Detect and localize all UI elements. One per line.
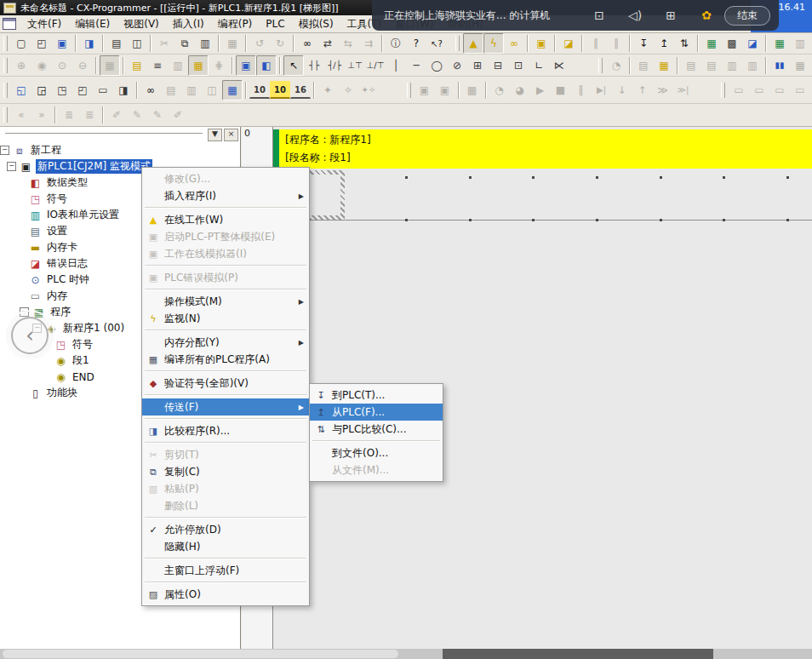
toolbar-grip[interactable]: [3, 107, 8, 123]
sim-step-out-button[interactable]: ↑: [632, 80, 653, 100]
ctx-复制[interactable]: ⧉复制(C): [142, 463, 309, 480]
sim-fast-forward-button[interactable]: ≫: [653, 80, 673, 100]
window-properties-button[interactable]: ◨: [113, 80, 134, 100]
float-window-button[interactable]: ◱: [11, 80, 31, 100]
io-comment-view-button[interactable]: ▦: [222, 80, 243, 100]
monitor-signed-decimal-button[interactable]: 10: [270, 81, 290, 99]
ctx-传送[interactable]: 传送(F)▶: [142, 398, 309, 415]
data-trace-button[interactable]: ▤: [633, 55, 654, 76]
end-session-button[interactable]: 结束: [724, 6, 770, 26]
sim-save-as-button[interactable]: ▣: [435, 80, 455, 100]
online-edit-send-button[interactable]: ◪: [742, 33, 763, 54]
transfer-to-plc-button[interactable]: ↧: [633, 33, 654, 54]
toolbar-grip[interactable]: [3, 58, 8, 73]
rung-wrap-button[interactable]: ▦: [188, 55, 209, 76]
new-view-button[interactable]: ▭: [93, 80, 113, 100]
compile-all-button[interactable]: ▩: [722, 33, 742, 54]
sim-play-button[interactable]: ▶: [530, 80, 551, 100]
symbol-bar-button[interactable]: ≡: [147, 55, 168, 76]
horizontal-line-button[interactable]: ─: [406, 55, 426, 76]
vertical-line-button[interactable]: │: [386, 55, 406, 76]
trace-pause-button[interactable]: ◔: [606, 55, 626, 76]
workspace-close-button[interactable]: ×: [224, 129, 238, 141]
grid-toggle-button[interactable]: ▦: [100, 55, 120, 76]
unit-setup-button[interactable]: ▥: [790, 33, 810, 54]
work-online-button[interactable]: ▲: [463, 33, 483, 54]
speaker-icon[interactable]: ◁): [624, 9, 646, 22]
toolbar-grip[interactable]: [407, 83, 411, 98]
help-button[interactable]: ?: [406, 33, 426, 54]
menubar-item-编辑[interactable]: 编辑(E): [69, 15, 116, 33]
ctx-允许停放[interactable]: ✓允许停放(D): [142, 521, 309, 538]
time-chart-button[interactable]: ▦: [654, 55, 674, 76]
ctx-监视[interactable]: ϟ监视(N): [142, 310, 309, 327]
toolbar-grip[interactable]: [3, 36, 8, 51]
tile-windows-button[interactable]: ⋕: [209, 55, 229, 76]
print-preview-button[interactable]: ◫: [127, 33, 147, 54]
find-button[interactable]: ∞: [297, 33, 317, 54]
insert-comment-button[interactable]: ✐: [106, 105, 127, 125]
context-help-button[interactable]: ↖?: [426, 33, 447, 54]
paste-special-button[interactable]: ▦: [222, 33, 243, 54]
select-mode-button[interactable]: ↖: [283, 55, 304, 76]
transfer-从文件[interactable]: 从文件(M)...: [310, 461, 443, 478]
online-edit-button[interactable]: ◪: [558, 33, 579, 54]
coil-open-button[interactable]: ◯: [426, 55, 447, 76]
sim-mode-button[interactable]: ◔: [489, 80, 510, 100]
plc-memory2-button[interactable]: ▭: [749, 80, 769, 100]
ctx-插入程序[interactable]: 插入程序(I)▶: [142, 187, 309, 204]
find-replace4-button[interactable]: ◫: [202, 80, 222, 100]
io-table-button[interactable]: ▦: [769, 33, 790, 54]
find-replace2-button[interactable]: ▤: [161, 80, 181, 100]
zoom-in-button[interactable]: ⊕: [11, 55, 31, 76]
print-button[interactable]: ▤: [106, 33, 127, 54]
memory-tab-button[interactable]: ▦: [790, 55, 810, 76]
ctx-修改[interactable]: 修改(G)...: [142, 170, 309, 187]
save-button[interactable]: ▣: [52, 33, 72, 54]
sim-to-end-button[interactable]: ≫|: [673, 80, 694, 100]
new-file-button[interactable]: ▢: [11, 33, 31, 54]
redo-button[interactable]: ↻: [270, 33, 290, 54]
menubar-item-文件[interactable]: 文件(F): [21, 15, 67, 33]
contact-or-open-button[interactable]: ⊥⊤: [345, 55, 365, 76]
find-replace3-button[interactable]: ▥: [181, 80, 202, 100]
workspace-grip[interactable]: [5, 133, 203, 137]
sim-step-in-button[interactable]: ↓: [612, 80, 632, 100]
differential-monitor-button[interactable]: ∞: [504, 33, 524, 54]
zoom-100-button[interactable]: ⊙: [52, 55, 72, 76]
menubar-item-PLC[interactable]: PLC: [260, 16, 290, 32]
compile-button[interactable]: ▦: [701, 33, 722, 54]
delete-cell-button[interactable]: ▥: [742, 55, 763, 76]
ctx-剪切[interactable]: ✂剪切(T): [142, 446, 309, 463]
show-ladder-window-button[interactable]: ◲: [31, 80, 52, 100]
list-down-button[interactable]: ≣: [79, 105, 100, 125]
search-project-button[interactable]: ◨: [79, 33, 100, 54]
tree-expander[interactable]: −: [7, 162, 16, 171]
ctx-启动PLC-PT整体模拟[interactable]: ▣启动PLC-PT整体模拟(E): [142, 228, 309, 245]
force-status-button[interactable]: ▣: [531, 33, 552, 54]
coil-closed-button[interactable]: ⊘: [447, 55, 467, 76]
ctx-验证符号[interactable]: ◆验证符号(全部)(V): [142, 375, 309, 392]
sim-connect-button[interactable]: ◕: [510, 80, 530, 100]
function-block-button[interactable]: ⊡: [508, 55, 529, 76]
horizontal-scrollbar[interactable]: [0, 649, 812, 659]
toolbar-grip[interactable]: [721, 83, 725, 98]
open-file-button[interactable]: ◰: [31, 33, 52, 54]
ctx-删除[interactable]: 删除(L): [142, 497, 309, 514]
insert-rung-button[interactable]: ▤: [681, 55, 701, 76]
remote-back-overlay[interactable]: ‹: [4, 310, 55, 361]
force-cancel-button[interactable]: ✦✧: [358, 80, 379, 100]
plc-memory-button[interactable]: ▭: [729, 80, 749, 100]
l-connection-button[interactable]: ∟: [529, 55, 549, 76]
ctx-粘贴[interactable]: ▥粘贴(P): [142, 480, 309, 497]
sim-step-button[interactable]: ▶|: [592, 80, 612, 100]
find-symbol-button[interactable]: ∞: [140, 80, 161, 100]
tree-item-新工程[interactable]: −⧈新工程: [0, 142, 240, 158]
menubar-item-插入[interactable]: 插入(I): [167, 15, 210, 33]
ctx-隐藏[interactable]: 隐藏(H): [142, 538, 309, 555]
indent-increase-button[interactable]: »: [31, 105, 52, 125]
monitor-button[interactable]: ϟ: [483, 33, 504, 54]
contact-open-button[interactable]: ┤├: [304, 55, 324, 76]
ctx-PLC错误模拟[interactable]: ▣PLC错误模拟(P): [142, 269, 309, 286]
delete-rung-button[interactable]: ▤: [701, 55, 722, 76]
